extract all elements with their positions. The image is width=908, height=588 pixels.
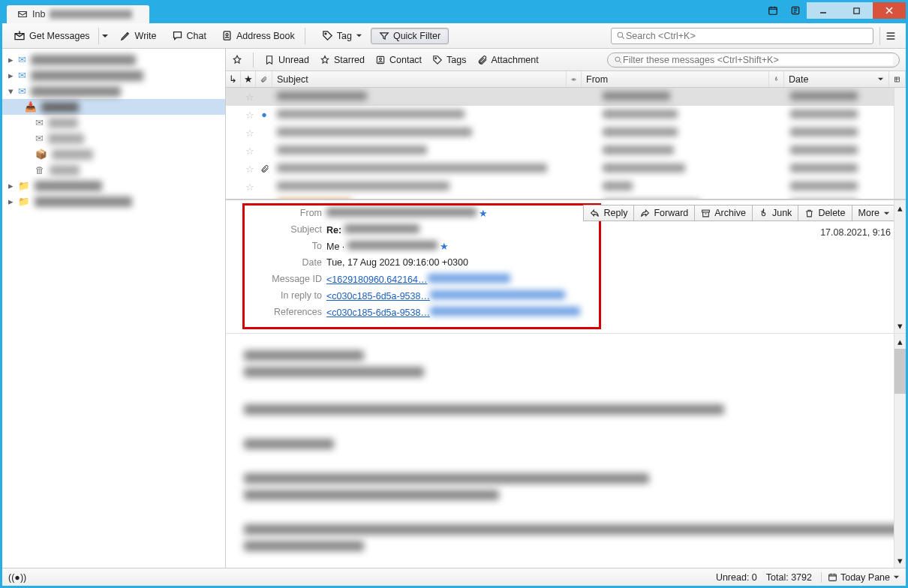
reply-icon: [590, 208, 600, 218]
search-icon: [616, 31, 626, 40]
blurred-text: [50, 10, 132, 19]
col-junk[interactable]: [769, 71, 784, 87]
message-actions: Reply Forward Archive Junk Delete More: [583, 205, 897, 221]
hdr-inreplyto-value[interactable]: <c030c185-6d5a-9538…: [326, 291, 430, 302]
main-toolbar: Get Messages Write Chat Address Book Tag…: [2, 23, 906, 49]
col-star[interactable]: ★: [241, 71, 256, 87]
svg-rect-14: [829, 574, 837, 581]
body-scrollbar[interactable]: ▴▾: [894, 334, 906, 568]
col-date[interactable]: Date: [784, 71, 889, 87]
svg-point-4: [226, 34, 228, 36]
separator: [305, 28, 312, 44]
message-row[interactable]: ☆: [226, 142, 906, 160]
delete-label: Delete: [818, 208, 845, 218]
star-icon[interactable]: ★: [479, 208, 488, 219]
header-scrollbar[interactable]: ▴▾: [894, 200, 906, 333]
sidebar-account[interactable]: ▾✉: [2, 83, 225, 99]
more-button[interactable]: More: [852, 205, 897, 221]
calendar-toggle-icon[interactable]: [762, 2, 784, 19]
search-input[interactable]: [626, 31, 868, 41]
maximize-button[interactable]: [840, 2, 873, 19]
sidebar-account[interactable]: ▸📁: [2, 178, 225, 194]
close-button[interactable]: [873, 2, 906, 19]
message-row[interactable]: ☆: [226, 178, 906, 196]
archive-label: Archive: [714, 208, 746, 218]
filter-unread-label: Unread: [278, 55, 309, 65]
sidebar-account[interactable]: ▸📁: [2, 194, 225, 209]
pin-filter-button[interactable]: [232, 55, 242, 65]
filter-contact[interactable]: Contact: [375, 55, 422, 65]
message-list-scrollbar[interactable]: [894, 88, 906, 199]
message-row[interactable]: ☆: [226, 160, 906, 178]
chevron-down-icon: [356, 32, 362, 39]
sidebar-folder-inbox[interactable]: 📥: [2, 99, 225, 115]
delete-button[interactable]: Delete: [798, 205, 851, 221]
hdr-references-value[interactable]: <c030c185-6d5a-9538…: [326, 308, 430, 318]
address-book-button[interactable]: Address Book: [215, 27, 302, 44]
col-picker[interactable]: [889, 71, 906, 87]
hdr-messageid-value[interactable]: <1629180960.642164…: [326, 274, 428, 285]
fire-icon: [759, 208, 768, 218]
quick-filter-button[interactable]: Quick Filter: [371, 28, 449, 44]
get-messages-button[interactable]: Get Messages: [7, 27, 97, 45]
reply-button[interactable]: Reply: [583, 205, 633, 221]
filter-messages-input-wrap[interactable]: [607, 52, 900, 68]
hdr-subject-prefix: Re:: [326, 225, 341, 236]
col-attachment[interactable]: [256, 71, 272, 87]
svg-point-6: [618, 32, 623, 38]
sidebar-folder[interactable]: 📦: [2, 146, 225, 162]
online-indicator-icon[interactable]: ((●)): [8, 572, 26, 583]
message-list: ☆ ☆● ☆ ☆ ☆ ☆ ☆: [226, 88, 906, 199]
sidebar-account[interactable]: ▸✉: [2, 52, 225, 68]
chat-label: Chat: [187, 31, 206, 41]
today-pane-toggle[interactable]: Today Pane: [821, 572, 900, 583]
get-messages-dropdown[interactable]: [98, 28, 112, 44]
chevron-down-icon: [877, 76, 884, 82]
col-thread[interactable]: ↳: [226, 71, 241, 87]
junk-button[interactable]: Junk: [752, 205, 798, 221]
write-button[interactable]: Write: [113, 27, 164, 44]
window-controls: [762, 2, 906, 23]
star-icon: [320, 55, 330, 65]
filter-starred[interactable]: Starred: [320, 55, 365, 65]
message-row[interactable]: ☆: [226, 196, 906, 199]
hdr-inreplyto-label: In reply to: [226, 290, 326, 301]
filter-tags[interactable]: Tags: [432, 55, 466, 65]
chevron-down-icon: [883, 210, 890, 217]
tag-button[interactable]: Tag: [315, 27, 369, 44]
col-subject[interactable]: Subject: [272, 71, 567, 87]
sidebar-account[interactable]: ▸✉: [2, 68, 225, 83]
tasks-toggle-icon[interactable]: [784, 2, 807, 19]
archive-button[interactable]: Archive: [694, 205, 752, 221]
col-subject-label: Subject: [277, 74, 308, 85]
col-from-label: From: [586, 74, 608, 85]
sidebar-folder-trash[interactable]: 🗑: [2, 162, 225, 178]
col-from[interactable]: From: [582, 71, 769, 87]
pin-icon: [232, 55, 242, 65]
col-read[interactable]: [567, 71, 582, 87]
filter-unread[interactable]: Unread: [264, 55, 309, 65]
filter-messages-input[interactable]: [623, 55, 893, 65]
quick-filter-bar: Unread Starred Contact Tags Attachment: [226, 49, 906, 71]
chevron-down-icon: [893, 574, 900, 580]
filter-attachment-label: Attachment: [492, 55, 539, 65]
star-icon[interactable]: ★: [440, 242, 449, 252]
message-row[interactable]: ☆: [226, 88, 906, 106]
window-tab-inbox[interactable]: Inb: [7, 5, 149, 23]
global-search[interactable]: [611, 28, 873, 44]
svg-rect-2: [853, 8, 858, 13]
filter-attachment[interactable]: Attachment: [477, 55, 539, 65]
hdr-to-label: To: [226, 241, 326, 251]
address-book-icon: [221, 30, 233, 41]
sidebar-folder[interactable]: ✉: [2, 130, 225, 146]
search-icon: [614, 56, 623, 64]
app-menu-button[interactable]: [879, 27, 901, 45]
filter-contact-label: Contact: [389, 55, 422, 65]
forward-button[interactable]: Forward: [633, 205, 694, 221]
sidebar-folder[interactable]: ✉: [2, 115, 225, 130]
minimize-button[interactable]: [807, 2, 840, 19]
chat-button[interactable]: Chat: [165, 27, 213, 44]
message-row[interactable]: ☆: [226, 124, 906, 142]
today-pane-label: Today Pane: [840, 572, 890, 583]
message-row[interactable]: ☆●: [226, 106, 906, 124]
